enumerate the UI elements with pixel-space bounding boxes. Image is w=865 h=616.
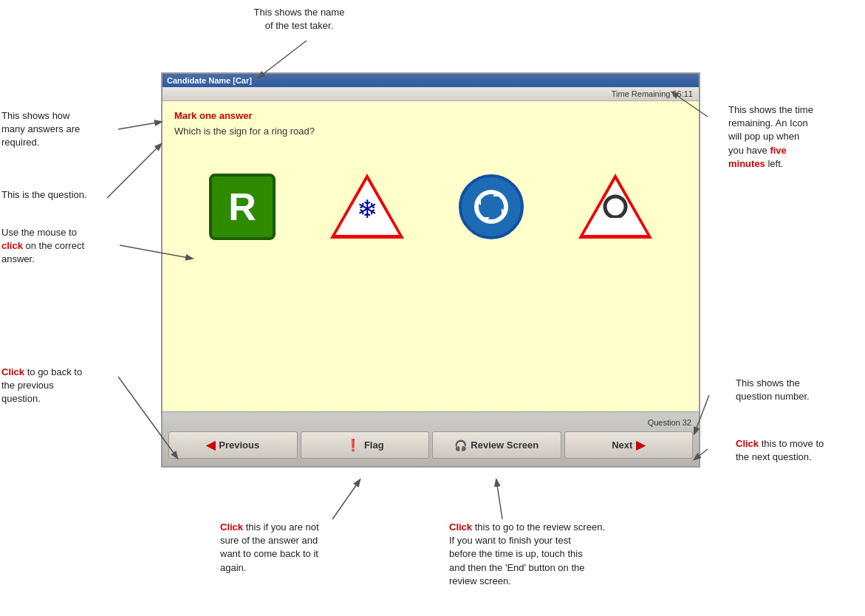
next-label: Next: [612, 439, 632, 451]
answers-row: R ❄: [174, 151, 687, 262]
question-area: Mark one answer Which is the sign for a …: [163, 101, 699, 411]
timer-bar: Time Remaining 56:11: [163, 87, 699, 101]
test-window: Candidate Name [Car] Time Remaining 56:1…: [161, 72, 700, 468]
annotation-answers-required: This shows how many answers are required…: [1, 109, 123, 150]
annotation-mouse-click: Use the mouse to click on the correct an…: [1, 226, 123, 267]
annotation-timer-minutes: minutes: [728, 158, 765, 169]
annotation-flag: Click this if you are not sure of the an…: [220, 521, 383, 575]
annotation-click-next: Click: [736, 438, 759, 449]
question-text: Which is the sign for a ring road?: [174, 126, 687, 137]
annotation-click-flag: Click: [220, 521, 243, 533]
annotation-click-label: click: [1, 240, 23, 251]
sign-triangle-snow: ❄: [330, 174, 404, 240]
question-number-display: Question 32: [163, 417, 699, 428]
svg-line-16: [496, 480, 502, 519]
annotation-timer-five: five: [770, 145, 786, 156]
arrow-right-icon: ▶: [636, 438, 645, 452]
review-button[interactable]: 🎧 Review Screen: [432, 431, 561, 459]
next-button[interactable]: Next ▶: [564, 431, 694, 459]
timer-display: Time Remaining 56:11: [612, 89, 693, 98]
annotation-timer: This shows the time remaining. An Icon w…: [728, 103, 858, 171]
flag-label: Flag: [364, 439, 384, 451]
svg-line-15: [332, 480, 360, 519]
answer-option-a[interactable]: R: [202, 166, 283, 247]
flag-button[interactable]: ❗ Flag: [301, 431, 430, 459]
annotation-title: This shows the name of the test taker.: [225, 6, 373, 32]
svg-line-9: [118, 122, 161, 129]
annotation-click-review: Click: [449, 521, 472, 533]
previous-button[interactable]: ◀ Previous: [168, 431, 298, 459]
answer-option-b[interactable]: ❄: [323, 166, 411, 247]
previous-label: Previous: [219, 439, 259, 451]
annotation-review: Click this to go to the review screen. I…: [449, 521, 678, 588]
answer-option-d[interactable]: [571, 166, 660, 247]
annotation-go-back: Click to go back to the previous questio…: [1, 366, 123, 406]
title-bar: Candidate Name [Car]: [163, 74, 699, 87]
answer-option-c[interactable]: [451, 167, 531, 247]
review-icon: 🎧: [454, 439, 467, 451]
arrow-left-icon: ◀: [206, 438, 215, 452]
review-label: Review Screen: [471, 439, 539, 451]
annotation-question: This is the question.: [1, 188, 123, 202]
annotation-next: Click this to move to the next question.: [736, 437, 858, 464]
ring-road-icon: [601, 192, 630, 218]
mark-answer-label: Mark one answer: [174, 110, 687, 121]
sign-triangle-ring: [578, 174, 652, 240]
flag-icon: ❗: [346, 438, 360, 452]
svg-point-6: [610, 202, 620, 212]
sign-r: R: [209, 174, 276, 240]
nav-buttons: ◀ Previous ❗ Flag 🎧 Review Screen Next ▶: [163, 428, 699, 462]
sign-roundabout: [459, 174, 524, 239]
window-title: Candidate Name [Car]: [167, 76, 252, 85]
nav-bar: Question 32 ◀ Previous ❗ Flag 🎧 Review S…: [163, 411, 699, 466]
roundabout-svg: [469, 185, 513, 229]
snowflake-icon: ❄: [357, 194, 377, 224]
annotation-click-back: Click: [1, 366, 24, 377]
annotation-question-number: This shows the question number.: [736, 377, 858, 403]
